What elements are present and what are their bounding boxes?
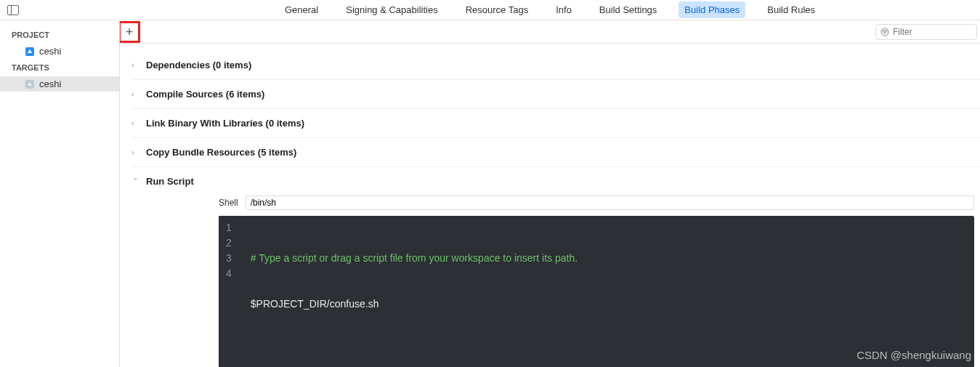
project-icon (25, 47, 35, 57)
project-name: ceshi (39, 46, 61, 57)
sidebar-toggle-area (7, 5, 120, 15)
line-num: 4 (226, 266, 232, 281)
editor-tabs: General Signing & Capabilities Resource … (0, 0, 980, 20)
phase-compile-sources[interactable]: › Compile Sources (6 items) (131, 79, 980, 108)
add-phase-button[interactable]: + (120, 21, 140, 43)
chevron-right-icon[interactable]: › (131, 148, 139, 156)
target-name: ceshi (39, 78, 61, 89)
tab-info[interactable]: Info (550, 1, 578, 18)
shell-label: Shell (219, 198, 238, 208)
tab-build-phases[interactable]: Build Phases (679, 1, 745, 18)
code-line: $PROJECT_DIR/confuse.sh (251, 297, 967, 312)
tab-build-rules[interactable]: Build Rules (761, 1, 821, 18)
sidebar-toggle-icon[interactable] (7, 5, 19, 15)
code-line (251, 342, 967, 358)
build-phases-list: › Dependencies (0 items) › Compile Sourc… (120, 44, 980, 367)
line-num: 3 (226, 251, 232, 266)
phase-title: Link Binary With Libraries (0 items) (146, 118, 304, 129)
tab-general[interactable]: General (279, 1, 324, 18)
filter-icon (880, 28, 889, 36)
phase-link-binary[interactable]: › Link Binary With Libraries (0 items) (131, 108, 980, 137)
tab-signing[interactable]: Signing & Capabilities (340, 1, 443, 18)
phase-dependencies[interactable]: › Dependencies (0 items) (131, 51, 980, 79)
plus-icon: + (126, 25, 134, 39)
shell-input[interactable] (246, 195, 974, 210)
project-item[interactable]: ceshi (0, 44, 119, 59)
targets-section-label: TARGETS (0, 59, 119, 76)
line-num: 1 (226, 220, 232, 235)
shell-row: Shell (219, 195, 974, 210)
build-phases-toolbar: + (120, 20, 980, 44)
phase-copy-bundle[interactable]: › Copy Bundle Resources (5 items) (131, 137, 980, 166)
chevron-right-icon[interactable]: › (131, 119, 139, 127)
target-item[interactable]: ceshi (0, 76, 119, 92)
target-icon (25, 79, 35, 89)
run-script-content: Shell 1 2 3 4 # Type a script or drag a … (131, 195, 980, 367)
phase-title: Dependencies (0 items) (146, 60, 251, 70)
phase-title: Compile Sources (6 items) (146, 89, 264, 100)
script-code[interactable]: # Type a script or drag a script file fr… (243, 216, 974, 367)
line-num: 2 (226, 235, 232, 251)
chevron-right-icon[interactable]: › (131, 61, 139, 69)
project-section-label: PROJECT (0, 26, 119, 44)
chevron-down-icon[interactable]: › (131, 178, 139, 185)
phase-title: Run Script (146, 176, 194, 187)
project-sidebar: PROJECT ceshi TARGETS ceshi (0, 20, 120, 367)
tab-resource-tags[interactable]: Resource Tags (460, 1, 534, 18)
code-line: # Type a script or drag a script file fr… (251, 251, 967, 266)
chevron-right-icon[interactable]: › (131, 90, 139, 98)
phase-title: Copy Bundle Resources (5 items) (146, 147, 296, 158)
script-editor[interactable]: 1 2 3 4 # Type a script or drag a script… (219, 216, 974, 367)
line-gutter: 1 2 3 4 (219, 216, 243, 367)
filter-input[interactable] (893, 27, 972, 37)
tab-build-settings[interactable]: Build Settings (594, 1, 663, 18)
tabs-center: General Signing & Capabilities Resource … (120, 1, 980, 18)
filter-box[interactable] (875, 24, 977, 40)
phase-run-script[interactable]: › Run Script (131, 166, 980, 195)
